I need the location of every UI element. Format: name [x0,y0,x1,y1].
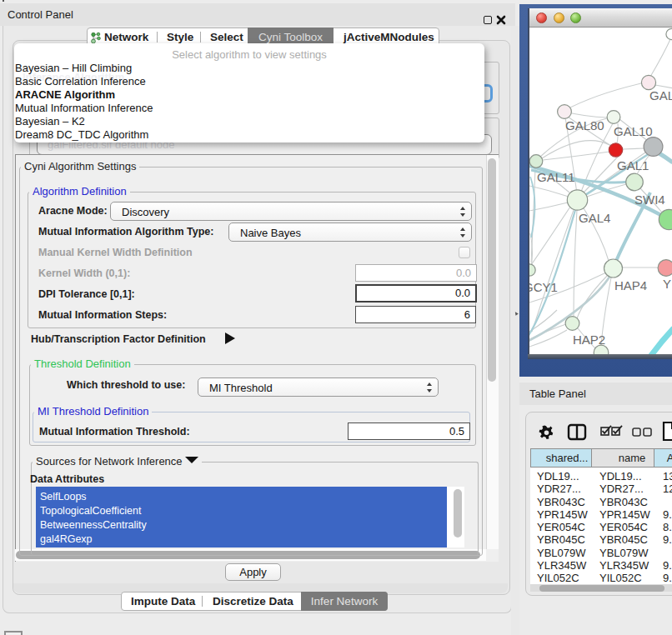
svg-text:GCY1: GCY1 [529,280,558,294]
svg-text:GAL10: GAL10 [614,124,653,138]
svg-text:GAL11: GAL11 [537,170,575,184]
svg-text:HAP2: HAP2 [573,332,605,347]
svg-text:Y: Y [663,277,671,291]
svg-text:GAL80: GAL80 [565,118,604,132]
svg-text:HAP4: HAP4 [614,278,647,292]
svg-text:GAL1: GAL1 [617,158,649,172]
svg-text:GAL: GAL [649,88,672,102]
svg-text:GAL4: GAL4 [579,211,610,225]
svg-text:SWI4: SWI4 [634,192,665,207]
